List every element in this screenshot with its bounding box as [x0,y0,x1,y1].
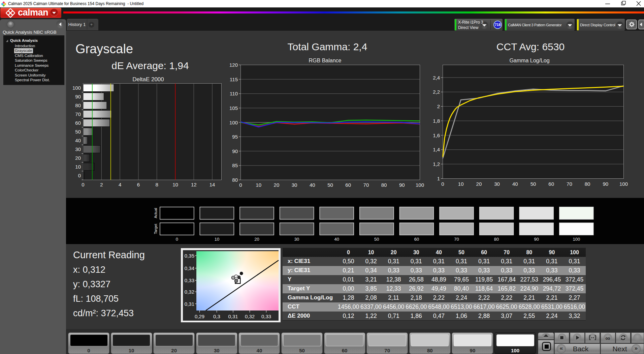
svg-text:50: 50 [530,181,536,187]
svg-text:60: 60 [345,182,351,188]
svg-text:10: 10 [75,164,81,170]
svg-text:40: 40 [75,138,81,143]
svg-text:2,2: 2,2 [433,89,440,95]
svg-text:0,31: 0,31 [185,301,194,307]
svg-text:0: 0 [78,173,81,178]
svg-text:10: 10 [256,182,261,188]
svg-text:Target: Target [154,224,158,234]
svg-text:1,8: 1,8 [433,118,440,124]
svg-text:100: 100 [416,182,424,188]
svg-text:20: 20 [254,237,259,242]
svg-text:20: 20 [274,182,280,188]
svg-text:40: 40 [334,237,339,242]
svg-text:10: 10 [458,181,464,187]
svg-text:1,4: 1,4 [433,147,440,152]
svg-text:0,33: 0,33 [261,314,271,319]
svg-text:2: 2 [100,182,103,187]
svg-text:90: 90 [399,182,405,188]
svg-text:70: 70 [75,111,81,117]
svg-text:∞: ∞ [605,334,610,342]
svg-text:0,29: 0,29 [195,314,204,319]
svg-text:50: 50 [327,182,333,188]
svg-text:60: 60 [414,237,419,242]
svg-text:10: 10 [215,237,219,242]
svg-text:100: 100 [573,237,580,242]
svg-text:0,33: 0,33 [185,277,194,283]
svg-text:1,6: 1,6 [433,132,440,138]
svg-text:70: 70 [567,181,572,187]
svg-text:30: 30 [294,237,299,242]
svg-text:100: 100 [72,85,81,91]
svg-text:Actual: Actual [154,208,158,218]
svg-text:85: 85 [232,163,238,168]
svg-text:8: 8 [156,182,158,187]
svg-text:2,4: 2,4 [433,75,440,81]
svg-text:30: 30 [75,146,81,152]
svg-text:0,32: 0,32 [185,289,194,295]
svg-text:0,32: 0,32 [245,314,255,319]
svg-text:0: 0 [176,237,178,242]
svg-text:90: 90 [232,148,238,154]
svg-text:90: 90 [75,94,81,99]
svg-text:80: 80 [585,181,590,187]
svg-text:12: 12 [191,182,197,187]
svg-text:1,2: 1,2 [433,161,440,167]
svg-text:0,3: 0,3 [213,314,220,319]
svg-text:1: 1 [437,176,440,181]
svg-text:115: 115 [230,77,238,82]
svg-text:110: 110 [230,91,238,96]
svg-text:70: 70 [363,182,369,188]
svg-text:20: 20 [75,155,81,161]
svg-text:100: 100 [229,120,238,125]
svg-text:0: 0 [239,182,242,188]
svg-text:0: 0 [441,181,444,187]
svg-text:70: 70 [454,237,459,242]
svg-text:6: 6 [137,182,140,187]
svg-text:2: 2 [437,104,440,109]
svg-text:0,31: 0,31 [228,314,238,319]
svg-text:50: 50 [75,129,81,135]
svg-text:90: 90 [603,181,608,187]
svg-text:80: 80 [232,177,238,183]
svg-text:105: 105 [229,105,238,111]
svg-text:80: 80 [381,182,387,188]
svg-text:95: 95 [232,134,238,140]
svg-text:120: 120 [229,62,238,68]
svg-text:4: 4 [119,182,121,187]
svg-text:30: 30 [292,182,297,188]
svg-text:90: 90 [534,237,539,242]
svg-text:40: 40 [512,181,518,187]
svg-text:100: 100 [619,181,628,187]
svg-text:80: 80 [75,102,81,108]
svg-text:50: 50 [374,237,379,242]
svg-text:40: 40 [310,182,315,188]
svg-text:0: 0 [82,182,84,187]
svg-text:10: 10 [172,182,178,187]
svg-text:20: 20 [476,181,482,187]
svg-text:60: 60 [548,181,554,187]
svg-text:14: 14 [210,182,215,187]
svg-text:60: 60 [75,120,81,126]
svg-text:30: 30 [494,181,500,187]
svg-text:0,35: 0,35 [185,253,194,259]
svg-text:0,34: 0,34 [185,265,194,271]
svg-text:80: 80 [494,237,499,242]
